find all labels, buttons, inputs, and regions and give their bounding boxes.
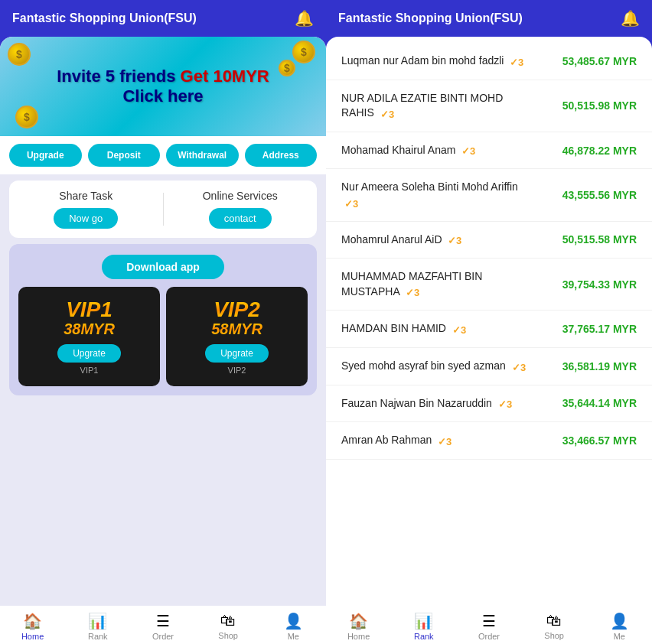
rank-amount-0: 53,485.67 MYR — [562, 55, 637, 67]
right-home-icon: 🏠 — [349, 612, 368, 630]
right-nav-me[interactable]: 👤 Me — [596, 612, 642, 641]
svg-text:✓3: ✓3 — [406, 287, 419, 298]
shop-label: Shop — [218, 631, 238, 640]
svg-text:✓3: ✓3 — [452, 324, 466, 335]
rank-amount-9: 33,466.57 MYR — [562, 434, 637, 447]
right-nav-rank[interactable]: 📊 Rank — [401, 612, 447, 641]
service-cards: Share Task Now go Online Services contac… — [9, 181, 317, 238]
right-bell-icon[interactable]: 🔔 — [621, 9, 640, 28]
banner-text: Invite 5 friends Get 10MYR Click here — [57, 67, 269, 106]
online-services-card: Online Services contact — [173, 190, 308, 229]
vip2-label: VIP2 — [228, 366, 246, 375]
rank-item: Luqman nur Adam bin mohd fadzli ✓3 53,48… — [326, 43, 652, 80]
rank-amount-3: 43,555.56 MYR — [562, 189, 637, 201]
rank-amount-5: 39,754.33 MYR — [562, 278, 637, 291]
left-bottom-nav: 🏠 Home 📊 Rank ☰ Order 🛍 Shop 👤 Me — [0, 606, 326, 644]
vip2-title: VIP2 — [214, 299, 260, 320]
left-nav-me[interactable]: 👤 Me — [270, 612, 316, 641]
order-label: Order — [152, 632, 174, 641]
shop-icon: 🛍 — [220, 612, 236, 629]
rank-badge-7: ✓3 — [512, 360, 526, 372]
rank-name-9: Amran Ab Rahman ✓3 — [341, 433, 452, 448]
svg-text:✓3: ✓3 — [461, 145, 475, 156]
left-nav-shop[interactable]: 🛍 Shop — [205, 612, 251, 641]
svg-text:✓3: ✓3 — [498, 398, 512, 409]
left-bell-icon[interactable]: 🔔 — [295, 9, 314, 28]
deposit-button[interactable]: Deposit — [88, 144, 161, 167]
me-label: Me — [288, 632, 299, 641]
rank-badge-8: ✓3 — [498, 398, 512, 409]
left-header: Fantastic Shopping Union(FSU) 🔔 — [0, 0, 326, 37]
right-home-label: Home — [347, 632, 370, 641]
address-button[interactable]: Address — [245, 144, 318, 167]
rank-name-7: Syed mohd asyraf bin syed azman ✓3 — [341, 359, 526, 374]
rank-name-3: Nur Ameera Soleha Binti Mohd Ariffin ✓3 — [341, 180, 533, 210]
get10-text: Get 10MYR — [181, 67, 269, 86]
vip1-upgrade-button[interactable]: Upgrate — [57, 344, 121, 363]
right-nav-order[interactable]: ☰ Order — [466, 612, 512, 641]
rank-amount-2: 46,878.22 MYR — [562, 145, 637, 157]
right-panel: Fantastic Shopping Union(FSU) 🔔 Luqman n… — [326, 0, 652, 644]
home-label: Home — [21, 632, 44, 641]
rank-name-0: Luqman nur Adam bin mohd fadzli ✓3 — [341, 54, 523, 69]
rank-name-2: Mohamad Khairul Anam ✓3 — [341, 143, 475, 158]
banner-line2: Click here — [57, 86, 269, 106]
rank-item: HAMDAN BIN HAMID ✓3 37,765.17 MYR — [326, 311, 652, 348]
rank-amount-8: 35,644.14 MYR — [562, 397, 637, 409]
rank-amount-7: 36,581.19 MYR — [562, 360, 637, 372]
rank-item: MUHAMMAD MAZFAHTI BIN MUSTAPHA ✓3 39,754… — [326, 259, 652, 311]
vip-cards: VIP1 38MYR Upgrate VIP1 VIP2 58MYR Upgra… — [18, 287, 308, 386]
rank-badge-0: ✓3 — [510, 55, 523, 67]
rank-name-4: Mohamrul Anarul AiD ✓3 — [341, 233, 461, 248]
rank-amount-6: 37,765.17 MYR — [562, 323, 637, 335]
rank-name-6: HAMDAN BIN HAMID ✓3 — [341, 321, 466, 337]
rank-badge-6: ✓3 — [452, 323, 466, 334]
upgrade-button[interactable]: Upgrade — [9, 144, 82, 167]
rank-item: Syed mohd asyraf bin syed azman ✓3 36,58… — [326, 348, 652, 385]
left-nav-home[interactable]: 🏠 Home — [10, 612, 56, 641]
now-go-button[interactable]: Now go — [54, 208, 118, 229]
online-services-title: Online Services — [203, 190, 278, 202]
right-nav-home[interactable]: 🏠 Home — [336, 612, 382, 641]
svg-text:✓3: ✓3 — [438, 436, 452, 447]
rank-badge-9: ✓3 — [438, 434, 452, 446]
right-me-label: Me — [614, 632, 625, 641]
svg-text:✓3: ✓3 — [448, 235, 461, 246]
right-me-icon: 👤 — [610, 612, 629, 630]
rank-list: Luqman nur Adam bin mohd fadzli ✓3 53,48… — [326, 37, 652, 466]
right-rank-label: Rank — [414, 632, 434, 641]
banner-line1: Invite 5 friends Get 10MYR — [57, 67, 269, 86]
right-rank-icon: 📊 — [414, 612, 433, 630]
left-nav-order[interactable]: ☰ Order — [140, 612, 186, 641]
svg-text:✓3: ✓3 — [380, 109, 394, 119]
action-buttons-bar: Upgrade Deposit Withdrawal Address — [0, 136, 326, 174]
right-nav-shop[interactable]: 🛍 Shop — [531, 612, 577, 641]
home-icon: 🏠 — [23, 612, 42, 630]
rank-badge-5: ✓3 — [406, 286, 419, 298]
left-nav-rank[interactable]: 📊 Rank — [75, 612, 121, 641]
withdrawal-button[interactable]: Withdrawal — [166, 144, 239, 167]
rank-item: Nur Ameera Soleha Binti Mohd Ariffin ✓3 … — [326, 169, 652, 221]
rank-badge-4: ✓3 — [448, 234, 461, 246]
contact-button[interactable]: contact — [209, 208, 272, 229]
rank-badge-2: ✓3 — [461, 145, 475, 156]
download-app-button[interactable]: Download app — [102, 255, 224, 279]
banner: Invite 5 friends Get 10MYR Click here — [0, 37, 326, 136]
rank-item: Fauzan Najwan Bin Nazaruddin ✓3 35,644.1… — [326, 385, 652, 423]
rank-item: Mohamrul Anarul AiD ✓3 50,515.58 MYR — [326, 222, 652, 259]
right-bottom-nav: 🏠 Home 📊 Rank ☰ Order 🛍 Shop 👤 Me — [326, 606, 652, 644]
share-task-title: Share Task — [59, 190, 112, 202]
rank-name-8: Fauzan Najwan Bin Nazaruddin ✓3 — [341, 396, 512, 411]
right-content-area: Luqman nur Adam bin mohd fadzli ✓3 53,48… — [326, 37, 652, 606]
svg-text:✓3: ✓3 — [344, 198, 358, 209]
rank-item: Mohamad Khairul Anam ✓3 46,878.22 MYR — [326, 132, 652, 170]
right-shop-label: Shop — [544, 631, 564, 640]
invite-text: Invite 5 friends — [57, 67, 180, 86]
rank-label: Rank — [88, 632, 108, 641]
left-app-title: Fantastic Shopping Union(FSU) — [12, 11, 197, 25]
vip2-upgrade-button[interactable]: Upgrate — [205, 344, 269, 363]
vip1-price: 38MYR — [64, 320, 115, 338]
rank-icon: 📊 — [88, 612, 107, 630]
coin-3 — [15, 106, 38, 128]
coin-4 — [279, 60, 295, 76]
